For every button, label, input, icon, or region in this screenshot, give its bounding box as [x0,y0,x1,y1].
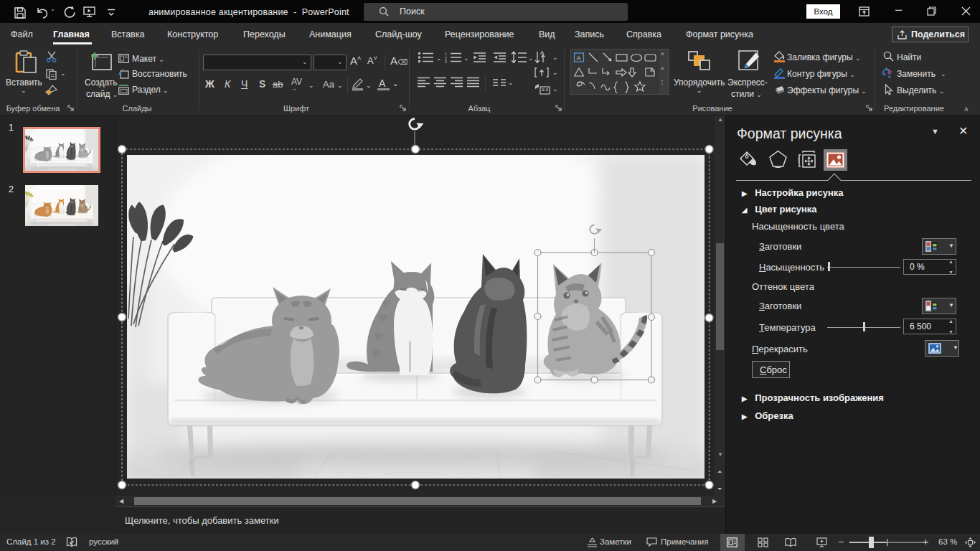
svg-text:A: A [540,51,545,56]
svg-text:3: 3 [445,60,447,63]
svg-text:I: I [798,156,800,164]
svg-text:A: A [577,55,581,62]
svg-text:c: c [888,73,891,79]
